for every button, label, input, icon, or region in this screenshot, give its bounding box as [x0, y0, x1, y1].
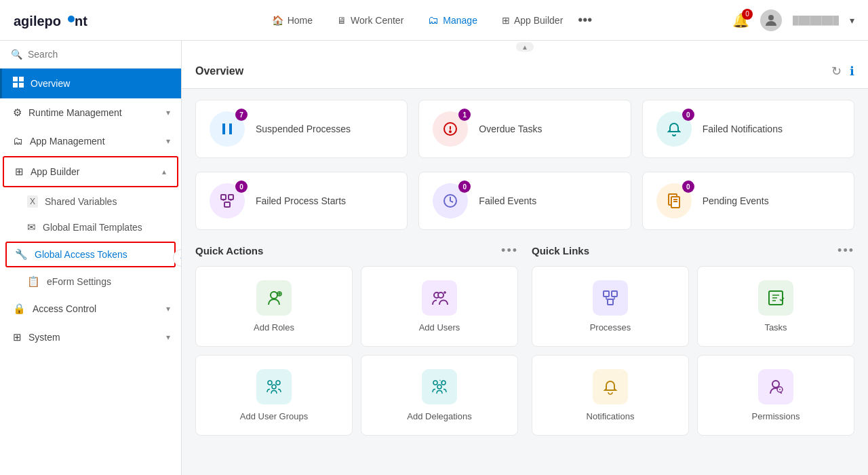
failed-process-starts-card[interactable]: 0 Failed Process Starts: [195, 172, 408, 230]
sidebar-item-system[interactable]: ⊞ System ▾: [0, 323, 181, 352]
suspended-processes-card[interactable]: 7 Suspended Processes: [195, 100, 408, 158]
sidebar-item-app-builder[interactable]: ⊞ App Builder ▴: [3, 156, 178, 187]
quick-links-grid: Processes: [532, 266, 854, 436]
eform-icon: 📋: [27, 276, 40, 288]
logo[interactable]: agilepo nt: [14, 10, 95, 31]
quick-actions-header: Quick Actions •••: [195, 244, 518, 258]
sidebar-sub-item-global-access-tokens[interactable]: 🔧 Global Access Tokens: [5, 242, 176, 267]
quick-links-more[interactable]: •••: [837, 244, 854, 258]
failed-notifications-card[interactable]: 0 Failed Notifications: [642, 100, 854, 158]
sidebar-sub-item-eform[interactable]: 📋 eForm Settings: [0, 269, 181, 294]
card-icon-wrap: 0: [433, 183, 468, 218]
svg-rect-14: [229, 195, 233, 200]
badge: 1: [458, 109, 471, 121]
sub-label: eForm Settings: [47, 276, 111, 287]
search-input[interactable]: [28, 49, 170, 60]
overdue-tasks-card[interactable]: 1 Overdue Tasks: [418, 100, 631, 158]
svg-rect-37: [604, 291, 609, 297]
card-label: Pending Events: [703, 195, 769, 206]
svg-text:nt: nt: [75, 14, 87, 28]
quick-link-permissions[interactable]: Permissions: [697, 355, 854, 436]
key-icon: 🔧: [15, 248, 28, 261]
card-icon-wrap: 0: [210, 183, 245, 218]
sidebar-item-label: App Management: [30, 136, 159, 147]
user-name-label[interactable]: ████████: [793, 16, 839, 25]
card-label: Overdue Tasks: [479, 124, 542, 134]
notifications-bell[interactable]: 🔔 0: [732, 12, 749, 28]
card-icon-wrap: 7: [210, 111, 245, 147]
top-navigation: agilepo nt 🏠 Home 🖥 Work Center 🗂 Manage…: [0, 0, 868, 41]
nav-appbuilder-label: App Builder: [514, 15, 563, 26]
overview-section: 7 Suspended Processes 1 Overdue Tasks: [182, 89, 868, 446]
quick-link-label: Notifications: [587, 411, 635, 421]
quick-link-notifications[interactable]: Notifications: [532, 355, 689, 436]
refresh-icon[interactable]: ↻: [831, 64, 842, 79]
sidebar-item-runtime[interactable]: ⚙ Runtime Management ▾: [0, 98, 181, 127]
quick-action-label: Add Delegations: [407, 411, 471, 421]
svg-point-28: [438, 292, 443, 298]
lock-icon: 🔒: [13, 303, 26, 315]
user-menu-chevron[interactable]: ▾: [850, 15, 854, 26]
svg-point-36: [437, 385, 441, 389]
pending-events-card[interactable]: 0 Pending Events: [642, 172, 854, 230]
badge: 0: [458, 180, 471, 193]
svg-point-32: [276, 381, 280, 385]
quick-actions-more[interactable]: •••: [501, 244, 518, 258]
info-icon[interactable]: ℹ: [850, 64, 854, 79]
quick-action-add-user-groups[interactable]: Add User Groups: [195, 355, 353, 436]
nav-home[interactable]: 🏠 Home: [262, 10, 322, 31]
svg-rect-38: [612, 291, 617, 297]
nav-workcenter[interactable]: 🖥 Work Center: [328, 10, 413, 31]
quick-action-add-users[interactable]: Add Users: [361, 266, 518, 347]
nav-links: 🏠 Home 🖥 Work Center 🗂 Manage ⊞ App Buil…: [122, 9, 732, 32]
sidebar-item-app-management[interactable]: 🗂 App Management ▾: [0, 127, 181, 155]
shared-variables-icon: X: [27, 195, 38, 208]
overview-icon: [13, 77, 24, 90]
app-builder-icon: ⊞: [15, 166, 24, 178]
quick-action-label: Add Users: [419, 322, 460, 332]
sidebar-item-label: Runtime Management: [28, 107, 159, 118]
nav-manage[interactable]: 🗂 Manage: [418, 9, 487, 32]
chevron-up-icon: ▲: [516, 42, 534, 52]
header-actions: ↻ ℹ: [831, 64, 854, 79]
chevron-down-icon: ▾: [166, 332, 170, 342]
card-label: Suspended Processes: [256, 124, 351, 134]
sidebar-search[interactable]: 🔍: [0, 41, 181, 69]
quick-link-processes[interactable]: Processes: [532, 266, 689, 347]
search-icon: 🔍: [11, 49, 22, 60]
app-management-icon: 🗂: [13, 135, 23, 147]
quick-actions-section: Quick Actions •••: [195, 244, 518, 436]
sidebar-item-label: Overview: [31, 78, 170, 89]
sub-label: Shared Variables: [45, 196, 117, 207]
processes-icon: [593, 280, 628, 316]
svg-point-34: [433, 381, 437, 385]
quick-action-add-roles[interactable]: Add Roles: [195, 266, 353, 347]
sidebar-sub-item-email-templates[interactable]: ✉ Global Email Templates: [0, 214, 181, 240]
overview-cards-row1: 7 Suspended Processes 1 Overdue Tasks: [195, 100, 854, 158]
failed-events-card[interactable]: 0 Failed Events: [418, 172, 631, 230]
card-icon-wrap: 1: [433, 111, 468, 147]
chevron-up-icon: ▴: [162, 167, 166, 176]
svg-point-31: [268, 381, 272, 385]
sidebar-item-label: System: [28, 332, 159, 343]
quick-action-add-delegations[interactable]: Add Delegations: [361, 355, 518, 436]
collapse-top-button[interactable]: ▲: [182, 41, 868, 54]
quick-link-label: Permissions: [752, 411, 800, 421]
monitor-icon: 🖥: [337, 15, 347, 26]
sidebar-item-overview[interactable]: Overview: [0, 69, 181, 98]
chevron-down-icon: ▾: [166, 136, 170, 146]
quick-link-tasks[interactable]: Tasks: [697, 266, 854, 347]
sidebar-item-access-control[interactable]: 🔒 Access Control ▾: [0, 294, 181, 323]
svg-point-35: [441, 381, 446, 385]
card-label: Failed Process Starts: [256, 195, 346, 206]
svg-point-3: [768, 15, 774, 20]
content-header: Overview ↻ ℹ: [182, 54, 868, 89]
nav-manage-label: Manage: [443, 15, 477, 26]
nav-more-button[interactable]: •••: [578, 12, 592, 28]
card-icon-wrap: 0: [656, 111, 692, 147]
nav-workcenter-label: Work Center: [351, 15, 403, 26]
sidebar-sub-item-shared-variables[interactable]: X Shared Variables: [0, 189, 181, 214]
svg-point-23: [271, 292, 277, 299]
quick-links-section: Quick Links •••: [532, 244, 854, 436]
nav-appbuilder[interactable]: ⊞ App Builder: [492, 10, 572, 31]
